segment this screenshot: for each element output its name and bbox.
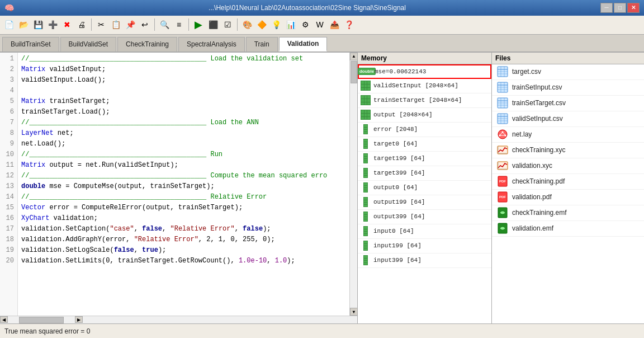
- code-line-6: trainSetTarget.Load();: [21, 107, 346, 118]
- memory-item-input0[interactable]: input0 [64]: [358, 224, 491, 239]
- app-window: 🧠 ...\Help\01Neural Lab\02Autoassociatio…: [0, 0, 644, 338]
- memory-label-input0: input0 [64]: [373, 228, 414, 234]
- chart-button[interactable]: 📊: [284, 18, 297, 31]
- stop-button[interactable]: ⬛: [206, 18, 220, 31]
- tab-validation[interactable]: Validation: [279, 37, 328, 51]
- memory-icon-vec-2: [360, 138, 371, 149]
- code-hscrollbar[interactable]: ◀ ▶: [0, 316, 357, 323]
- file-item-target-csv[interactable]: target.csv: [492, 64, 644, 80]
- code-line-17: validation.SetCaption("case", false, "Re…: [21, 224, 346, 234]
- code-line-15: Vector error = ComputeRelError(output, t…: [21, 203, 346, 213]
- tab-buildvalidset[interactable]: BuildValidSet: [60, 37, 117, 51]
- code-line-16: XyChart validation;: [21, 213, 346, 224]
- run-button[interactable]: ▶: [192, 18, 205, 31]
- close-button[interactable]: ✕: [627, 3, 640, 13]
- file-item-net-lay[interactable]: net.lay: [492, 127, 644, 143]
- svg-rect-34: [498, 162, 508, 170]
- memory-item-output0[interactable]: output0 [64]: [358, 181, 491, 195]
- palette-button[interactable]: 🎨: [240, 18, 254, 31]
- scroll-left-arrow[interactable]: ◀: [0, 316, 8, 323]
- add-button[interactable]: ➕: [46, 18, 59, 31]
- memory-header: Memory: [358, 53, 491, 64]
- light-button[interactable]: 💡: [269, 18, 283, 31]
- scroll-down-arrow[interactable]: ▼: [350, 308, 357, 316]
- check-button[interactable]: ☑: [221, 18, 234, 31]
- memory-item-target399[interactable]: target399 [64]: [358, 166, 491, 181]
- file-name-target-csv: target.csv: [512, 68, 541, 76]
- file-item-validsetinput-csv[interactable]: validSetInput.csv: [492, 111, 644, 127]
- memory-item-validsetinput[interactable]: validSetInput [2048×64]: [358, 79, 491, 93]
- file-icon-pdf-1: PDF: [496, 175, 509, 187]
- code-editor[interactable]: 12345 678910 1112131415 1617181920 //___…: [0, 53, 357, 316]
- tab-train-label: Train: [254, 40, 269, 48]
- save-button[interactable]: 💾: [31, 18, 45, 31]
- memory-item-output199[interactable]: output199 [64]: [358, 195, 491, 210]
- file-icon-xyc-2: [496, 159, 509, 172]
- maximize-button[interactable]: □: [614, 3, 626, 13]
- scroll-thumb[interactable]: [351, 61, 357, 83]
- memory-item-input199[interactable]: input199 [64]: [358, 239, 491, 254]
- memory-item-trainSettarget[interactable]: trainSetTarget [2048×64]: [358, 93, 491, 108]
- file-icon-csv-2: [496, 81, 509, 93]
- file-name-net-lay: net.lay: [512, 130, 532, 138]
- tab-train[interactable]: Train: [246, 37, 278, 51]
- memory-item-target199[interactable]: target199 [64]: [358, 152, 491, 166]
- code-line-11: Matrix output = net.Run(validSetInput);: [21, 160, 346, 171]
- memory-item-output[interactable]: output [2048×64]: [358, 108, 491, 123]
- file-item-validation-xyc[interactable]: validation.xyc: [492, 158, 644, 174]
- find-button[interactable]: 🔍: [158, 18, 171, 31]
- code-line-7: //______________________________________…: [21, 118, 346, 128]
- hscroll-thumb[interactable]: [19, 317, 64, 323]
- color-button[interactable]: 🔶: [255, 18, 268, 31]
- file-item-trainsetinput-csv[interactable]: trainSetInput.csv: [492, 80, 644, 96]
- paste-button[interactable]: 📌: [124, 18, 137, 31]
- tab-spectralanalysis[interactable]: SpectralAnalysis: [178, 37, 245, 51]
- tab-checktraining[interactable]: CheckTraining: [117, 37, 177, 51]
- memory-icon-matrix-2: [360, 95, 371, 106]
- file-item-checktraining-emf[interactable]: checkTraining.emf: [492, 205, 644, 221]
- memory-list[interactable]: double mse=0.00622143 validSetInput [204…: [358, 64, 491, 323]
- memory-label-target0: target0 [64]: [373, 140, 418, 147]
- file-icon-emf-2: [496, 222, 509, 234]
- code-vscrollbar[interactable]: ▲ ▼: [349, 53, 357, 316]
- memory-item-input399[interactable]: input399 [64]: [358, 254, 491, 268]
- print-button[interactable]: 🖨: [75, 18, 88, 31]
- files-list[interactable]: target.csv trainSetInput.csv: [492, 64, 644, 323]
- word-button[interactable]: W: [313, 18, 326, 31]
- undo-button[interactable]: ↩: [138, 18, 151, 31]
- open-button[interactable]: 📂: [17, 18, 30, 31]
- gear-button[interactable]: ⚙: [299, 18, 312, 31]
- scroll-right-arrow[interactable]: ▶: [75, 316, 83, 323]
- file-item-trainsettarget-csv[interactable]: trainSetTarget.csv: [492, 96, 644, 111]
- memory-icon-vec-5: [360, 182, 371, 193]
- main-area: 12345 678910 1112131415 1617181920 //___…: [0, 53, 644, 323]
- tabs-bar: BuildTrainSet BuildValidSet CheckTrainin…: [0, 35, 644, 53]
- tab-buildtrainset[interactable]: BuildTrainSet: [2, 37, 59, 51]
- file-item-checktraining-xyc[interactable]: checkTraining.xyc: [492, 143, 644, 158]
- delete-button[interactable]: ✖: [60, 18, 74, 31]
- memory-item-error[interactable]: error [2048]: [358, 123, 491, 137]
- code-line-12: //______________________________________…: [21, 171, 346, 181]
- tab-checktraining-label: CheckTraining: [126, 40, 169, 48]
- memory-item-target0[interactable]: target0 [64]: [358, 137, 491, 152]
- memory-label-trainSettarget: trainSetTarget [2048×64]: [373, 97, 462, 104]
- file-icon-xyc-1: [496, 144, 509, 156]
- new-button[interactable]: 📄: [2, 18, 16, 31]
- file-item-validation-pdf[interactable]: PDF validation.pdf: [492, 190, 644, 205]
- file-name-validation-emf: validation.emf: [512, 224, 553, 232]
- minimize-button[interactable]: ─: [600, 3, 613, 13]
- memory-icon-vec-10: [360, 255, 371, 266]
- list-button[interactable]: ≡: [172, 18, 186, 31]
- memory-item-output399[interactable]: output399 [64]: [358, 210, 491, 224]
- help-button[interactable]: ❓: [342, 18, 356, 31]
- memory-label-input199: input199 [64]: [373, 242, 422, 249]
- export-button[interactable]: 📤: [328, 18, 341, 31]
- cut-button[interactable]: ✂: [94, 18, 108, 31]
- memory-item-mse[interactable]: double mse=0.00622143: [358, 64, 491, 79]
- file-item-checktraining-pdf[interactable]: PDF checkTraining.pdf: [492, 174, 644, 190]
- sep4: [237, 18, 238, 31]
- code-panel: 12345 678910 1112131415 1617181920 //___…: [0, 53, 358, 323]
- scroll-up-arrow[interactable]: ▲: [350, 53, 357, 60]
- copy-button[interactable]: 📋: [109, 18, 122, 31]
- file-item-validation-emf[interactable]: validation.emf: [492, 221, 644, 237]
